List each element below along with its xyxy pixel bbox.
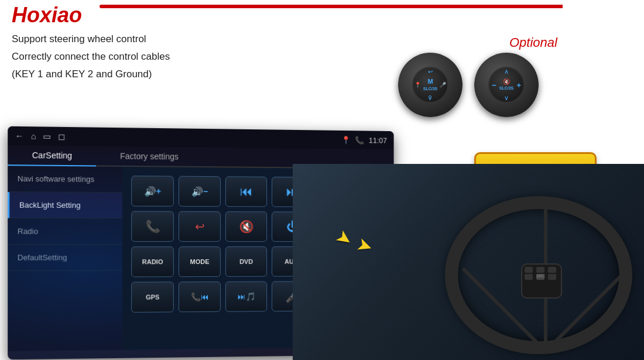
menu-default-setting[interactable]: DefaultSetting	[8, 245, 122, 271]
controller-1-inner: MSLC/3S ↩ 🎙 📍 🎤	[412, 67, 448, 103]
menu-backlight[interactable]: BackLight Setting	[8, 192, 122, 218]
feature-line-1: Support steering wheel control	[12, 32, 234, 46]
feature-description: Support steering wheel control Correctly…	[12, 32, 234, 84]
controller-2-inner: 🔇SLC/3S ∧ ∨ − +	[488, 67, 525, 103]
back-icon[interactable]: ←	[15, 131, 24, 141]
controller-2: 🔇SLC/3S ∧ ∨ − +	[474, 53, 539, 117]
recents-icon[interactable]: ▭	[43, 132, 51, 141]
status-icons: ← ⌂ ▭ ◻	[15, 131, 66, 141]
sw-hub-btn	[548, 274, 556, 280]
sw-hub-btn	[525, 267, 533, 273]
btn-dvd[interactable]: DVD	[225, 246, 267, 277]
btn-next-call[interactable]: ⏭🎵	[225, 282, 267, 312]
screen-menu: Navi software settings BackLight Setting…	[8, 166, 122, 351]
time-display: 11:07	[369, 136, 387, 145]
feature-line-2: Correctly connect the control cables	[12, 50, 234, 64]
brand-logo: Hoxiao	[12, 3, 82, 28]
btn-prev-call[interactable]: 📞⏮	[179, 282, 221, 312]
btn-vol-down[interactable]: 🔊−	[179, 176, 221, 207]
controller-1: MSLC/3S ↩ 🎙 📍 🎤	[398, 53, 463, 117]
btn-mode[interactable]: MODE	[179, 246, 221, 277]
sw-hub: SRC	[521, 263, 562, 299]
steering-wheel: SRC	[445, 196, 632, 354]
menu-radio[interactable]: Radio	[8, 218, 122, 245]
btn-mute[interactable]: 🔇	[225, 211, 267, 242]
tab-factory-settings[interactable]: Factory settings	[96, 146, 202, 167]
menu-navi-software[interactable]: Navi software settings	[8, 166, 122, 193]
status-right: 📍 📞 11:07	[342, 135, 388, 145]
phone-icon: 📞	[355, 136, 364, 145]
btn-prev-track[interactable]: ⏮	[225, 176, 267, 207]
sw-hub-btn	[536, 267, 544, 273]
feature-line-3: (KEY 1 and KEY 2 and Ground)	[12, 67, 234, 81]
remote-controllers: MSLC/3S ↩ 🎙 📍 🎤 🔇SLC/3S ∧ ∨ −	[398, 53, 539, 117]
btn-hangup[interactable]: ↩	[179, 211, 221, 242]
btn-gps[interactable]: GPS	[131, 282, 174, 313]
top-progress-bar	[100, 5, 644, 8]
optional-label: Optional	[509, 35, 557, 50]
btn-vol-up[interactable]: 🔊+	[131, 176, 174, 207]
home-icon[interactable]: ⌂	[31, 131, 36, 140]
sw-hub-btn	[525, 274, 533, 280]
btn-call[interactable]: 📞	[131, 211, 174, 242]
steering-wheel-container: SRC	[293, 164, 644, 360]
location-icon: 📍	[342, 135, 351, 144]
btn-radio[interactable]: RADIO	[131, 246, 174, 277]
sw-hub-btn	[548, 267, 556, 273]
sw-hub-controls: SRC	[522, 265, 561, 282]
tab-carsetting[interactable]: CarSetting	[8, 145, 96, 166]
window-icon[interactable]: ◻	[59, 132, 66, 141]
